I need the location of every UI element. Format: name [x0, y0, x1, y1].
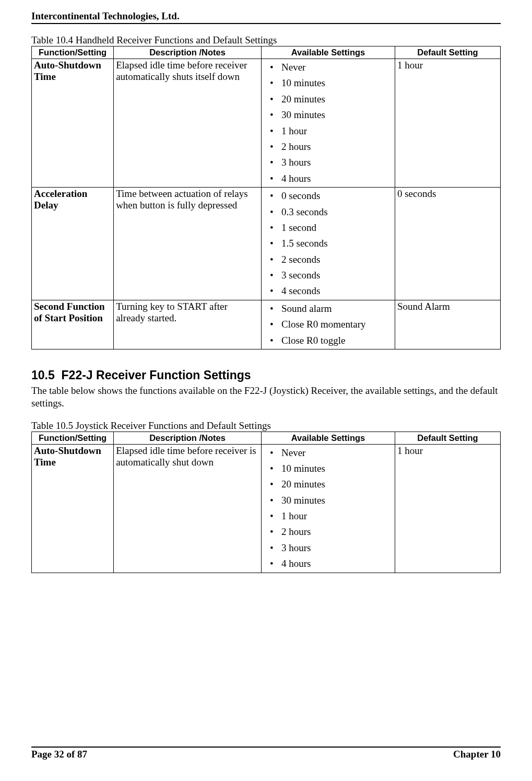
cell-function: Auto-Shutdown Time — [32, 59, 114, 188]
list-item: 10 minutes — [267, 75, 393, 91]
section-title: F22-J Receiver Function Settings — [62, 368, 251, 382]
cell-available: Never10 minutes20 minutes30 minutes1 hou… — [262, 59, 395, 188]
table-row: Auto-Shutdown TimeElapsed idle time befo… — [32, 444, 501, 573]
th-default: Default Setting — [395, 432, 500, 444]
list-item: 3 hours — [267, 155, 393, 170]
footer-chapter: Chapter 10 — [453, 749, 501, 760]
th-description: Description /Notes — [114, 46, 262, 59]
table-row: Auto-Shutdown TimeElapsed idle time befo… — [32, 59, 501, 188]
list-item: Close R0 momentary — [267, 317, 393, 332]
cell-function: Acceleration Delay — [32, 188, 114, 300]
list-item: 20 minutes — [267, 476, 393, 492]
section-10-5-heading: 10.5 F22-J Receiver Function Settings — [31, 368, 501, 382]
list-item: 1 second — [267, 220, 393, 236]
list-item: 2 hours — [267, 524, 393, 540]
table-header-row: Function/Setting Description /Notes Avai… — [32, 46, 501, 59]
list-item: 30 minutes — [267, 493, 393, 508]
th-description: Description /Notes — [114, 432, 262, 444]
available-list: Sound alarmClose R0 momentaryClose R0 to… — [264, 301, 393, 348]
cell-default: Sound Alarm — [395, 300, 500, 349]
list-item: 4 hours — [267, 171, 393, 186]
list-item: Never — [267, 60, 393, 75]
th-function: Function/Setting — [32, 432, 114, 444]
cell-available: 0 seconds0.3 seconds1 second1.5 seconds2… — [262, 188, 395, 300]
section-number: 10.5 — [31, 368, 55, 382]
table-10-4: Function/Setting Description /Notes Avai… — [31, 46, 501, 349]
list-item: 30 minutes — [267, 107, 393, 123]
table-10-4-body: Auto-Shutdown TimeElapsed idle time befo… — [32, 59, 501, 349]
cell-description: Elapsed idle time before receiver automa… — [114, 59, 262, 188]
list-item: Close R0 toggle — [267, 333, 393, 348]
th-default: Default Setting — [395, 46, 500, 59]
cell-available: Never10 minutes20 minutes30 minutes1 hou… — [262, 444, 395, 573]
list-item: 1 hour — [267, 508, 393, 524]
cell-default: 0 seconds — [395, 188, 500, 300]
list-item: 2 hours — [267, 139, 393, 155]
cell-description: Time between actuation of relays when bu… — [114, 188, 262, 300]
list-item: 10 minutes — [267, 461, 393, 476]
footer-page: Page 32 of 87 — [31, 749, 87, 760]
cell-description: Elapsed idle time before receiver is aut… — [114, 444, 262, 573]
table-row: Acceleration DelayTime between actuation… — [32, 188, 501, 300]
cell-function: Auto-Shutdown Time — [32, 444, 114, 573]
available-list: Never10 minutes20 minutes30 minutes1 hou… — [264, 445, 393, 572]
available-list: 0 seconds0.3 seconds1 second1.5 seconds2… — [264, 188, 393, 299]
table-row: Second Function of Start PositionTurning… — [32, 300, 501, 349]
table-header-row: Function/Setting Description /Notes Avai… — [32, 432, 501, 444]
cell-default: 1 hour — [395, 444, 500, 573]
list-item: 1 hour — [267, 123, 393, 139]
company-name: Intercontinental Technologies, Ltd. — [31, 10, 180, 21]
th-available: Available Settings — [262, 432, 395, 444]
page-header: Intercontinental Technologies, Ltd. — [31, 10, 501, 24]
cell-default: 1 hour — [395, 59, 500, 188]
list-item: 0.3 seconds — [267, 204, 393, 220]
section-10-5-intro: The table below shows the functions avai… — [31, 384, 501, 410]
th-available: Available Settings — [262, 46, 395, 59]
th-function: Function/Setting — [32, 46, 114, 59]
list-item: 1.5 seconds — [267, 236, 393, 251]
available-list: Never10 minutes20 minutes30 minutes1 hou… — [264, 60, 393, 186]
cell-function: Second Function of Start Position — [32, 300, 114, 349]
table-10-5-body: Auto-Shutdown TimeElapsed idle time befo… — [32, 444, 501, 573]
list-item: Never — [267, 445, 393, 461]
list-item: 0 seconds — [267, 188, 393, 204]
cell-available: Sound alarmClose R0 momentaryClose R0 to… — [262, 300, 395, 349]
table-10-5-caption: Table 10.5 Joystick Receiver Functions a… — [31, 420, 501, 432]
page: Intercontinental Technologies, Ltd. Tabl… — [0, 0, 532, 781]
list-item: Sound alarm — [267, 301, 393, 317]
list-item: 3 seconds — [267, 267, 393, 283]
list-item: 4 seconds — [267, 283, 393, 299]
list-item: 20 minutes — [267, 91, 393, 107]
list-item: 2 seconds — [267, 252, 393, 267]
list-item: 4 hours — [267, 556, 393, 572]
cell-description: Turning key to START after already start… — [114, 300, 262, 349]
table-10-4-caption: Table 10.4 Handheld Receiver Functions a… — [31, 34, 501, 46]
list-item: 3 hours — [267, 540, 393, 556]
table-10-5: Function/Setting Description /Notes Avai… — [31, 432, 501, 573]
page-footer: Page 32 of 87 Chapter 10 — [31, 747, 501, 760]
